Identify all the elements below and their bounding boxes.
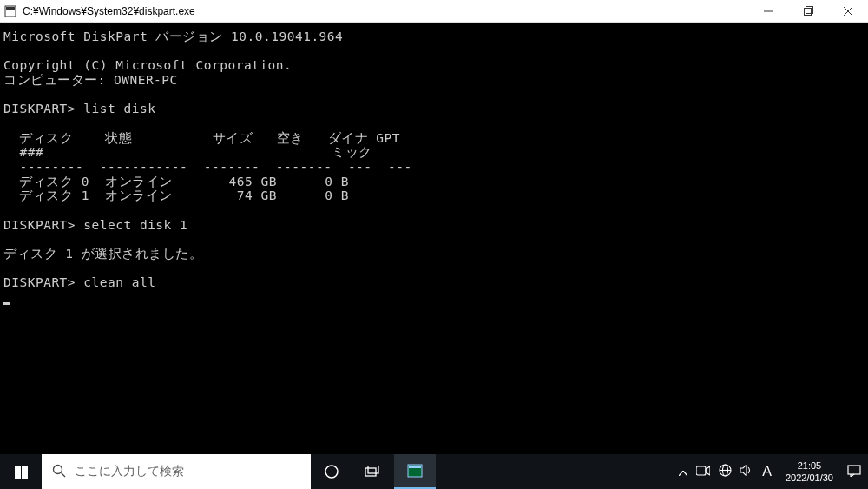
network-icon[interactable]: [719, 464, 732, 479]
window-title: C:¥Windows¥System32¥diskpart.exe: [23, 5, 748, 17]
table-divider: -------- ----------- ------- ------- ---…: [3, 160, 412, 174]
meet-now-icon[interactable]: [696, 465, 710, 479]
ime-indicator[interactable]: A: [762, 464, 772, 479]
svg-marker-19: [740, 465, 746, 476]
taskbar-clock[interactable]: 21:05 2022/01/30: [780, 459, 838, 485]
windows-logo-icon: [15, 466, 28, 479]
svg-rect-13: [409, 466, 421, 468]
terminal-cursor: [3, 302, 10, 305]
disk-row-0: ディスク 0 オンライン 465 GB 0 B: [3, 175, 349, 188]
svg-rect-4: [806, 7, 812, 14]
taskbar-search[interactable]: ここに入力して検索: [42, 454, 311, 489]
start-button[interactable]: [0, 454, 42, 489]
clock-date: 2022/01/30: [786, 472, 833, 484]
computer-line: コンピューター: OWNER-PC: [3, 73, 178, 87]
table-header-1: ディスク 状態 サイズ 空き ダイナ GPT: [3, 131, 400, 145]
svg-rect-11: [368, 466, 378, 473]
table-header-2: ### ミック: [3, 145, 372, 159]
diskpart-version-line: Microsoft DiskPart バージョン 10.0.19041.964: [3, 30, 343, 43]
prompt-list-disk: DISKPART> list disk: [3, 102, 155, 116]
prompt-clean-all: DISKPART> clean all: [3, 275, 155, 289]
svg-rect-3: [804, 9, 811, 16]
task-view-button[interactable]: [352, 454, 394, 489]
chevron-up-icon[interactable]: [679, 465, 687, 479]
window-titlebar: C:¥Windows¥System32¥diskpart.exe: [0, 0, 868, 23]
svg-point-7: [54, 465, 62, 473]
disk-row-1: ディスク 1 オンライン 74 GB 0 B: [3, 188, 349, 202]
svg-rect-1: [6, 7, 15, 10]
clock-time: 21:05: [786, 459, 833, 472]
action-center-icon[interactable]: [847, 465, 861, 479]
terminal-output[interactable]: Microsoft DiskPart バージョン 10.0.19041.964 …: [0, 23, 868, 454]
taskbar: ここに入力して検索 A 21:05 2022/01/30: [0, 454, 868, 489]
close-button[interactable]: [828, 0, 868, 22]
search-icon: [52, 464, 66, 480]
search-placeholder: ここに入力して検索: [75, 464, 184, 479]
prompt-select-disk: DISKPART> select disk 1: [3, 218, 187, 232]
svg-rect-14: [696, 466, 706, 475]
select-confirmation: ディスク 1 が選択されました。: [3, 247, 202, 261]
svg-line-8: [62, 472, 66, 477]
system-tray: A 21:05 2022/01/30: [672, 454, 868, 489]
volume-icon[interactable]: [740, 465, 753, 479]
taskbar-spacer: [436, 454, 672, 489]
minimize-button[interactable]: [748, 0, 788, 22]
maximize-button[interactable]: [788, 0, 828, 22]
svg-marker-15: [706, 466, 710, 475]
svg-rect-10: [365, 468, 376, 476]
svg-point-9: [326, 466, 338, 478]
window-controls: [748, 0, 868, 22]
copyright-line: Copyright (C) Microsoft Corporation.: [3, 58, 292, 72]
taskbar-app-diskpart[interactable]: [394, 454, 436, 489]
svg-rect-20: [848, 466, 860, 474]
app-icon: [3, 4, 17, 18]
cortana-button[interactable]: [311, 454, 352, 489]
